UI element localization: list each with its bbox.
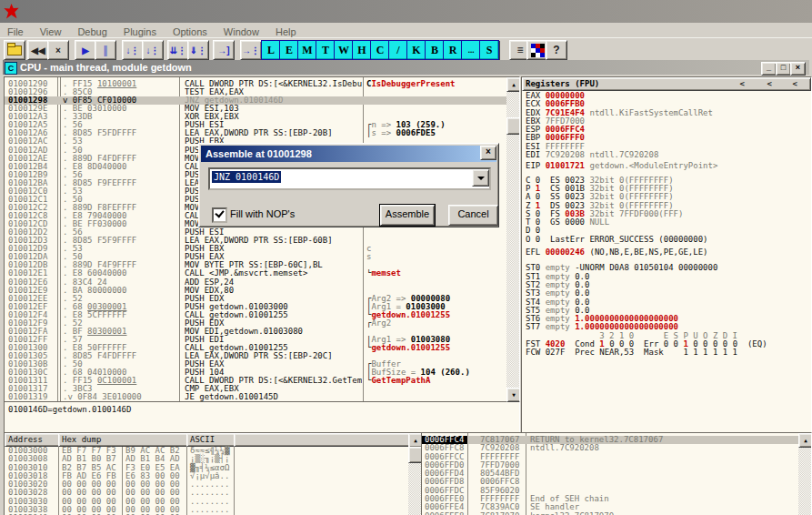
cpu-minimize-button[interactable]: _ bbox=[761, 62, 777, 76]
stack-row[interactable]: 0006FFD480544BFD bbox=[422, 470, 798, 478]
disasm-row[interactable]: 010012FF. 57PUSH EDI│Arg1 => 01003080 bbox=[5, 336, 506, 344]
open-file-icon[interactable] bbox=[4, 40, 25, 60]
register-line[interactable]: EFL 00000246 (NO,NB,E,BE,NS,PE,GE,LE) bbox=[526, 248, 809, 257]
disasm-row[interactable]: 01001290. FF15 10100001CALL DWORD PTR DS… bbox=[5, 80, 506, 88]
handles-window-button[interactable]: H bbox=[352, 40, 372, 60]
dump-col-hex[interactable]: Hex dump bbox=[58, 433, 191, 447]
disasm-row[interactable]: 010012F4. E8 5CFFFFFFCALL getdown.010012… bbox=[5, 311, 506, 319]
pause-icon[interactable]: ║ bbox=[95, 40, 116, 60]
register-line[interactable]: O 0 LastErr ERROR_SUCCESS (00000000) bbox=[526, 236, 809, 244]
assemble-dialog[interactable]: Assemble at 01001298 × JNZ 0100146D Fill… bbox=[198, 143, 499, 227]
assemble-button[interactable]: Assemble bbox=[380, 205, 435, 226]
disasm-row[interactable]: 010012EE. 52PUSH EDX┌Arg2 => 00000080 bbox=[5, 295, 506, 303]
executables-window-button[interactable]: E bbox=[279, 40, 299, 60]
stack-scrollbar[interactable]: ▲ bbox=[798, 433, 811, 515]
disasm-row[interactable]: 010012DB. 889D F4F9FFFFMOV BYTE PTR SS:[… bbox=[5, 261, 506, 269]
scroll-up-icon[interactable]: ▲ bbox=[506, 77, 520, 92]
scroll-down-icon[interactable]: ▼ bbox=[506, 388, 520, 402]
close-program-icon[interactable]: × bbox=[47, 40, 69, 60]
windows-button[interactable]: W bbox=[334, 40, 354, 60]
disasm-row[interactable]: 010012F9. 52PUSH EDX┌Arg2 bbox=[5, 319, 506, 328]
references-window-button[interactable]: R bbox=[443, 40, 463, 60]
log-window-button[interactable]: L bbox=[261, 40, 281, 60]
disasm-row[interactable]: 010012D3. 8D85 F5F9FFFFLEA EAX,DWORD PTR… bbox=[5, 237, 506, 245]
run-trace-button[interactable]: ... bbox=[461, 40, 481, 60]
menu-file[interactable]: File bbox=[4, 26, 27, 37]
hex-dump-pane[interactable]: Address Hex dump ASCII 01003000EB F7 F7 … bbox=[4, 432, 422, 515]
disasm-row[interactable]: 01001296. 85C0TEST EAX,EAX bbox=[5, 88, 506, 96]
breakpoints-window-button[interactable]: B bbox=[425, 40, 445, 60]
help-icon[interactable]: ? bbox=[546, 40, 567, 60]
menu-debug[interactable]: Debug bbox=[74, 26, 110, 37]
register-line[interactable]: EIP 01001721 getdown.<ModuleEntryPoint> bbox=[526, 162, 809, 170]
threads-window-button[interactable]: T bbox=[316, 40, 336, 60]
disasm-row[interactable]: 01001317. 3BC3CMP EAX,EBX bbox=[5, 385, 506, 393]
stack-row[interactable]: 0006FFC47C817067RETURN to kernel32.7C817… bbox=[422, 436, 798, 444]
scroll-thumb[interactable] bbox=[408, 447, 422, 463]
disasm-row[interactable]: 010012A3. 33DBXOR EBX,EBX bbox=[5, 113, 506, 121]
animate-into-icon[interactable]: ⇊⋮ bbox=[167, 40, 189, 60]
disasm-row[interactable]: 01001300. E8 50FFFFFFCALL getdown.010012… bbox=[5, 344, 506, 352]
stack-row[interactable]: 0006FFCCFFFFFFFF bbox=[422, 453, 798, 461]
stack-pane[interactable]: 0006FFC47C817067RETURN to kernel32.7C817… bbox=[421, 432, 812, 515]
disasm-row[interactable]: 010012EF. 68 00300001PUSH getdown.010030… bbox=[5, 303, 506, 311]
disasm-row[interactable]: 0100130B. 50PUSH EAX┌Buffer bbox=[5, 360, 506, 369]
execute-till-return-icon[interactable]: →] bbox=[213, 40, 235, 60]
menu-options[interactable]: Options bbox=[169, 26, 211, 37]
step-into-icon[interactable]: ↓⋮ bbox=[122, 40, 144, 60]
registers-header[interactable]: Registers (FPU) < < < bbox=[522, 77, 811, 91]
assemble-command-value[interactable]: JNZ 0100146D bbox=[212, 171, 281, 183]
register-line[interactable]: EDI 7C920208 ntdll.7C920208 bbox=[526, 151, 809, 159]
disasm-row[interactable]: 010012A5. 56PUSH ESI┌n => 103 (259.) bbox=[5, 121, 506, 129]
stack-row[interactable]: 0006FFD07FFD7000 bbox=[422, 461, 798, 470]
cpu-close-button[interactable]: × bbox=[790, 62, 806, 76]
dump-col-extra[interactable] bbox=[234, 433, 413, 447]
call-stack-button[interactable]: K bbox=[406, 40, 426, 60]
cpu-window-button[interactable]: C bbox=[370, 40, 390, 60]
stack-row[interactable]: 0006FFE0FFFFFFFFEnd of SEH chain bbox=[422, 495, 798, 503]
assemble-dialog-titlebar[interactable]: Assemble at 01001298 bbox=[201, 146, 496, 162]
scroll-up-icon[interactable]: ▲ bbox=[408, 433, 422, 448]
disasm-row[interactable]: 010012FA. BF 80300001MOV EDI,getdown.010… bbox=[5, 328, 506, 336]
disasm-row[interactable]: 010012E6. 83C4 24ADD ESP,24 bbox=[5, 278, 506, 287]
source-window-button[interactable]: S bbox=[479, 40, 499, 60]
assemble-command-combobox[interactable]: JNZ 0100146D bbox=[208, 167, 491, 190]
disasm-row[interactable]: 01001298v 0F85 CF010000JNZ getdown.01001… bbox=[5, 96, 506, 105]
disasm-row[interactable]: 01001305. 8D85 F4FDFFFFLEA EAX,DWORD PTR… bbox=[5, 352, 506, 360]
disasm-row[interactable]: 010012A6. 8D85 F5FDFFFFLEA EAX,DWORD PTR… bbox=[5, 129, 506, 137]
memory-map-button[interactable]: M bbox=[297, 40, 317, 60]
combobox-dropdown-button[interactable] bbox=[472, 169, 489, 187]
register-line[interactable]: T 0 GS 0000 NULL bbox=[526, 218, 809, 227]
go-to-icon[interactable]: →⋮ bbox=[240, 40, 262, 60]
registers-prev-icon[interactable]: < bbox=[740, 79, 745, 88]
disasm-row[interactable]: 010012E1. E8 60040000CALL <JMP.&msvcrt.m… bbox=[5, 269, 506, 278]
run-icon[interactable]: ▶ bbox=[75, 40, 96, 60]
patches-window-button[interactable]: / bbox=[388, 40, 408, 60]
stack-row[interactable]: 0006FFC87C920208ntdll.7C920208 bbox=[422, 444, 798, 452]
registers-prev-icon[interactable]: < bbox=[793, 79, 797, 88]
stack-row[interactable]: 0006FFD80006FFC8 bbox=[422, 478, 798, 486]
cpu-maximize-button[interactable]: □ bbox=[776, 62, 791, 76]
disassembly-pane[interactable]: 01001290. FF15 10100001CALL DWORD PTR DS… bbox=[4, 76, 520, 403]
scroll-up-icon[interactable]: ▲ bbox=[798, 433, 812, 448]
dialog-close-icon[interactable]: × bbox=[480, 146, 496, 160]
menu-plugins[interactable]: Plugins bbox=[120, 26, 160, 37]
cpu-window-titlebar[interactable]: C CPU - main thread, module getdown _ □ … bbox=[3, 60, 809, 75]
scroll-thumb[interactable] bbox=[506, 117, 520, 135]
dump-col-address[interactable]: Address bbox=[5, 433, 63, 447]
registers-pane[interactable]: Registers (FPU) < < < EAX 00000000ECX 00… bbox=[521, 76, 812, 433]
fill-with-nops-label[interactable]: Fill with NOP's bbox=[230, 208, 295, 219]
dump-col-ascii[interactable]: ASCII bbox=[186, 433, 238, 447]
disasm-row[interactable]: 01001319.v 0F84 3E010000JE getdown.01001… bbox=[5, 393, 506, 401]
fill-with-nops-checkbox[interactable] bbox=[212, 207, 227, 223]
disasm-row[interactable]: 010012D9. 53PUSH EBXc bbox=[5, 245, 506, 253]
main-titlebar[interactable] bbox=[0, 0, 812, 23]
disasm-row[interactable]: 010012D2. 56PUSH ESI bbox=[5, 228, 506, 237]
disasm-row[interactable]: 010012DA. 50PUSH EAXs bbox=[5, 253, 506, 261]
disasm-row[interactable]: 0100129E. BE 03010000MOV ESI,103 bbox=[5, 105, 506, 113]
stack-row[interactable]: 0006FFDC85F96020 bbox=[422, 487, 798, 495]
registers-prev-icon[interactable]: < bbox=[767, 79, 772, 88]
menu-view[interactable]: View bbox=[36, 26, 65, 37]
step-over-icon[interactable]: ↓⋮ bbox=[142, 40, 164, 60]
disasm-row[interactable]: 0100130C. 68 04010000PUSH 104│BufSize = … bbox=[5, 369, 506, 377]
